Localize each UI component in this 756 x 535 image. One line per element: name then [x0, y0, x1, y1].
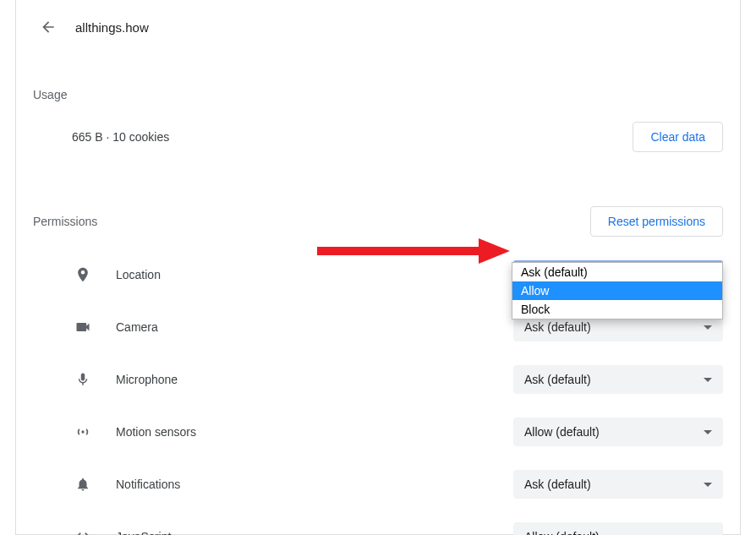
back-arrow-icon[interactable]: [38, 17, 58, 37]
microphone-dropdown[interactable]: Ask (default): [513, 365, 723, 394]
chevron-down-icon: [704, 325, 712, 330]
permissions-heading: Permissions: [33, 215, 97, 228]
usage-text: 665 B · 10 cookies: [72, 130, 169, 144]
permission-row-motion: Motion sensors Allow (default): [33, 406, 723, 458]
usage-heading: Usage: [33, 88, 723, 101]
permission-label: Location: [116, 268, 161, 281]
motion-icon: [74, 423, 92, 441]
bell-icon: [74, 475, 92, 494]
dropdown-option-allow[interactable]: Allow: [512, 281, 722, 300]
svg-point-0: [81, 430, 84, 433]
permission-row-notifications: Notifications Ask (default): [33, 458, 723, 510]
page-header: allthings.how: [33, 0, 723, 46]
permissions-header: Permissions Reset permissions: [33, 206, 723, 237]
site-title: allthings.how: [75, 20, 149, 35]
dropdown-value: Allow (default): [524, 530, 600, 535]
javascript-dropdown[interactable]: Allow (default): [513, 522, 723, 535]
chevron-down-icon: [704, 430, 712, 434]
location-icon: [74, 265, 92, 284]
permission-label: Camera: [116, 320, 158, 334]
permission-row-microphone: Microphone Ask (default): [33, 353, 723, 406]
permission-label: Notifications: [116, 478, 180, 491]
permission-label: Motion sensors: [116, 425, 196, 439]
dropdown-value: Ask (default): [524, 320, 591, 334]
microphone-icon: [74, 370, 92, 389]
code-icon: [74, 527, 92, 535]
dropdown-option-block[interactable]: Block: [512, 300, 722, 319]
dropdown-value: Ask (default): [524, 373, 591, 386]
motion-dropdown[interactable]: Allow (default): [513, 418, 723, 446]
camera-icon: [74, 318, 92, 336]
permission-label: JavaScript: [116, 530, 171, 535]
clear-data-button[interactable]: Clear data: [633, 122, 723, 152]
chevron-down-icon: [704, 378, 712, 382]
dropdown-value: Ask (default): [524, 478, 591, 491]
dropdown-value: Allow (default): [524, 425, 600, 439]
permission-label: Microphone: [116, 373, 178, 386]
location-dropdown-popup[interactable]: Ask (default) Allow Block: [512, 262, 723, 319]
usage-row: 665 B · 10 cookies Clear data: [33, 122, 723, 152]
chevron-down-icon: [704, 483, 712, 487]
permission-row-javascript: JavaScript Allow (default): [33, 510, 723, 535]
dropdown-option-ask[interactable]: Ask (default): [512, 263, 722, 281]
notifications-dropdown[interactable]: Ask (default): [513, 470, 723, 499]
reset-permissions-button[interactable]: Reset permissions: [590, 206, 723, 237]
